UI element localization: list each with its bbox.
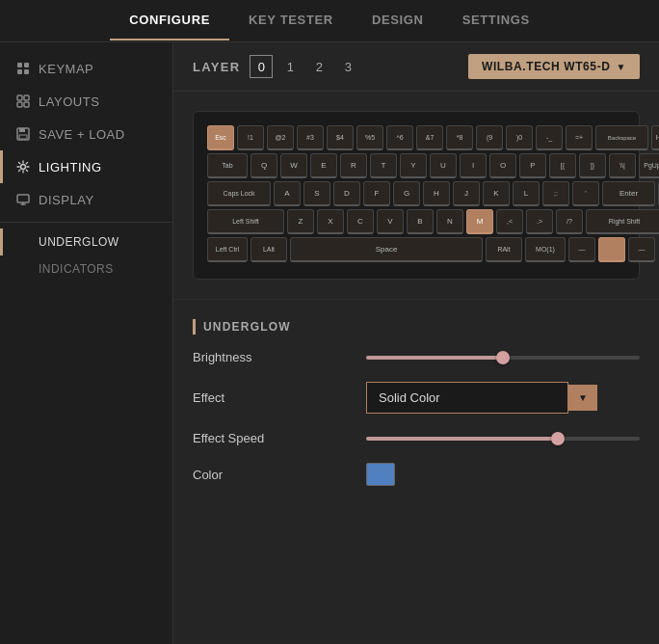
key-o[interactable]: O	[489, 153, 516, 178]
key-0[interactable]: )0	[506, 125, 533, 150]
layer-num-3[interactable]: 3	[336, 55, 359, 78]
layer-num-1[interactable]: 1	[278, 55, 302, 78]
key-l[interactable]: L	[513, 181, 540, 206]
key-row-2: Tab Q W E R T Y U I O P [{ ]} \\| PgUp	[207, 153, 625, 178]
effect-dropdown-btn[interactable]: Solid Color	[366, 382, 568, 414]
key-5[interactable]: %5	[356, 125, 383, 150]
effect-speed-slider[interactable]	[366, 437, 640, 441]
svg-rect-12	[17, 195, 29, 202]
sidebar-item-save-load[interactable]: SAVE + LOAD	[0, 118, 172, 150]
key-v[interactable]: V	[377, 209, 404, 234]
key-equals[interactable]: =+	[566, 125, 593, 150]
sidebar-item-display[interactable]: DISPLAY	[0, 183, 172, 216]
key-h[interactable]: H	[423, 181, 450, 206]
svg-rect-7	[24, 102, 29, 107]
key-backspace[interactable]: Backspace	[595, 125, 648, 150]
tab-key-tester[interactable]: KEY TESTER	[229, 1, 353, 40]
layer-num-2[interactable]: 2	[307, 55, 330, 78]
key-enter[interactable]: Enter	[602, 181, 655, 206]
sidebar-item-keymap[interactable]: KEYMAP	[0, 52, 172, 85]
key-rshift[interactable]: Right Shift	[586, 209, 659, 234]
sidebar-item-lighting-label: LIGHTING	[39, 160, 102, 174]
key-comma[interactable]: ,<	[496, 209, 523, 234]
key-y[interactable]: Y	[400, 153, 427, 178]
key-g[interactable]: G	[393, 181, 420, 206]
key-a[interactable]: A	[274, 181, 301, 206]
key-c[interactable]: C	[347, 209, 374, 234]
effect-dropdown-wrapper: Solid Color ▼	[366, 382, 597, 414]
key-fn2[interactable]	[598, 237, 625, 262]
effect-speed-row: Effect Speed	[193, 431, 640, 445]
key-row-3: Caps Lock A S D F G H J K L ;: ' Enter P…	[207, 181, 625, 206]
key-8[interactable]: *8	[446, 125, 473, 150]
key-q[interactable]: Q	[250, 153, 277, 178]
key-9[interactable]: (9	[476, 125, 503, 150]
effect-dropdown-arrow[interactable]: ▼	[568, 385, 597, 411]
key-p[interactable]: P	[519, 153, 546, 178]
key-lbracket[interactable]: [{	[549, 153, 576, 178]
tab-design[interactable]: DESIGN	[353, 1, 443, 40]
key-fn1[interactable]: —	[568, 237, 595, 262]
key-home[interactable]: Home	[651, 125, 659, 150]
key-mo1[interactable]: MO(1)	[525, 237, 566, 262]
key-1[interactable]: !1	[237, 125, 264, 150]
key-lalt[interactable]: LAlt	[250, 237, 287, 262]
tab-settings[interactable]: SETTINGS	[443, 1, 549, 40]
brightness-thumb[interactable]	[496, 351, 510, 364]
key-b[interactable]: B	[407, 209, 434, 234]
layer-num-0[interactable]: 0	[250, 55, 273, 78]
key-backslash[interactable]: \\|	[609, 153, 636, 178]
key-row-4: Left Shift Z X C V B N M ,< .> /? Right …	[207, 209, 625, 234]
svg-rect-10	[19, 135, 27, 139]
key-esc[interactable]: Esc	[207, 125, 234, 150]
key-lshift[interactable]: Left Shift	[207, 209, 284, 234]
key-n[interactable]: N	[436, 209, 463, 234]
key-k[interactable]: K	[483, 181, 510, 206]
sidebar-item-lighting[interactable]: LIGHTING	[0, 150, 172, 183]
key-space[interactable]: Space	[290, 237, 483, 262]
sidebar-sub-indicators[interactable]: INDICATORS	[0, 255, 172, 282]
svg-rect-1	[24, 63, 29, 67]
key-r[interactable]: R	[340, 153, 367, 178]
key-4[interactable]: $4	[327, 125, 354, 150]
key-fn3[interactable]: —	[628, 237, 655, 262]
key-quote[interactable]: '	[572, 181, 599, 206]
key-ralt[interactable]: RAlt	[486, 237, 522, 262]
key-7[interactable]: &7	[416, 125, 443, 150]
device-select-button[interactable]: WILBA.TECH WT65-D ▼	[468, 54, 640, 79]
key-pgup[interactable]: PgUp	[639, 153, 659, 178]
svg-rect-6	[17, 102, 22, 107]
key-2[interactable]: @2	[267, 125, 294, 150]
key-t[interactable]: T	[370, 153, 397, 178]
key-x[interactable]: X	[317, 209, 344, 234]
sidebar-sub-underglow[interactable]: UNDERGLOW	[0, 228, 172, 255]
key-rbracket[interactable]: ]}	[579, 153, 606, 178]
gear-icon	[15, 159, 31, 174]
key-lctrl[interactable]: Left Ctrl	[207, 237, 248, 262]
effect-speed-thumb[interactable]	[551, 432, 565, 445]
key-e[interactable]: E	[310, 153, 337, 178]
key-minus[interactable]: -_	[536, 125, 563, 150]
brightness-slider[interactable]	[366, 356, 640, 360]
key-period[interactable]: .>	[526, 209, 553, 234]
key-tab[interactable]: Tab	[207, 153, 248, 178]
key-semicolon[interactable]: ;:	[542, 181, 569, 206]
key-m[interactable]: M	[466, 209, 493, 234]
brightness-fill	[366, 356, 503, 360]
key-f[interactable]: F	[363, 181, 390, 206]
sidebar-item-keymap-label: KEYMAP	[39, 62, 93, 76]
tab-configure[interactable]: CONFIGURE	[110, 1, 229, 40]
key-u[interactable]: U	[430, 153, 457, 178]
key-slash[interactable]: /?	[556, 209, 583, 234]
key-j[interactable]: J	[453, 181, 480, 206]
color-swatch[interactable]	[366, 463, 395, 486]
key-6[interactable]: ^6	[386, 125, 413, 150]
key-d[interactable]: D	[333, 181, 360, 206]
sidebar-item-layouts[interactable]: LAYOUTS	[0, 85, 172, 118]
key-caps[interactable]: Caps Lock	[207, 181, 271, 206]
key-z[interactable]: Z	[287, 209, 314, 234]
key-w[interactable]: W	[280, 153, 307, 178]
key-3[interactable]: #3	[297, 125, 324, 150]
key-i[interactable]: I	[460, 153, 487, 178]
key-s[interactable]: S	[303, 181, 330, 206]
